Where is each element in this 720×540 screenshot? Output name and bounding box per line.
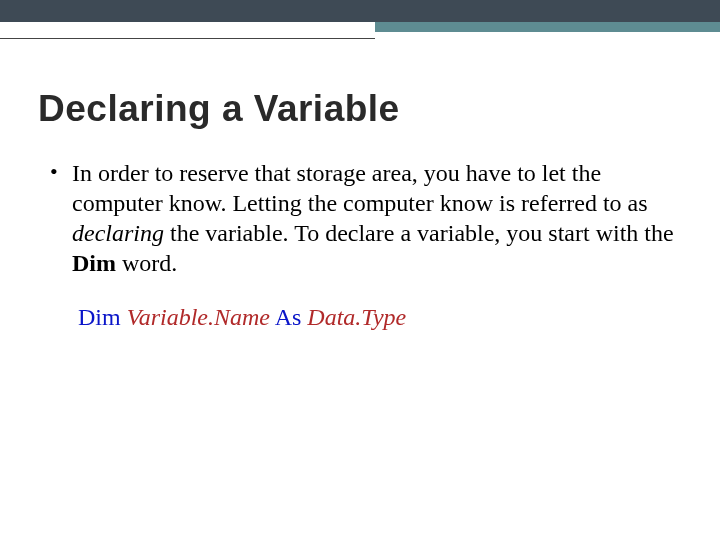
slide-title: Declaring a Variable — [38, 88, 680, 130]
accent-bar — [375, 22, 720, 32]
content-area: Declaring a Variable In order to reserve… — [38, 88, 680, 331]
syntax-keyword-dim: Dim — [78, 304, 121, 330]
syntax-arg-varname: Variable.Name — [127, 304, 270, 330]
bullet-item: In order to reserve that storage area, y… — [72, 158, 680, 278]
body-text-1: In order to reserve that storage area, y… — [72, 160, 648, 216]
body-text-2: the variable. To declare a variable, you… — [164, 220, 674, 246]
body-text-3: word. — [116, 250, 177, 276]
slide: Declaring a Variable In order to reserve… — [0, 0, 720, 540]
syntax-line: Dim Variable.Name As Data.Type — [78, 304, 680, 331]
syntax-keyword-as: As — [275, 304, 302, 330]
top-bar — [0, 0, 720, 22]
bullet-list: In order to reserve that storage area, y… — [38, 158, 680, 278]
syntax-arg-datatype: Data.Type — [307, 304, 406, 330]
body-bold-dim: Dim — [72, 250, 116, 276]
divider-line — [0, 38, 375, 39]
body-italic-declaring: declaring — [72, 220, 164, 246]
